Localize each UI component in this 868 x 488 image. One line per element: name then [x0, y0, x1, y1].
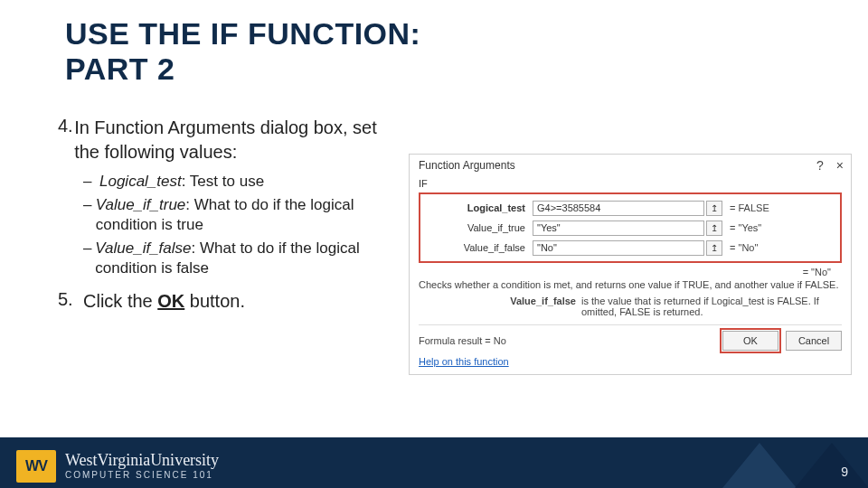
title-line-2: PART 2 [65, 52, 175, 86]
formula-result: Formula result = No [419, 335, 506, 346]
separator [419, 324, 842, 325]
dialog-title: Function Arguments [419, 159, 515, 172]
sub2-label: Value_if_true [96, 196, 186, 213]
close-icon[interactable]: × [836, 158, 844, 173]
title-line-1: USE THE IF FUNCTION: [65, 16, 420, 51]
step-4-text: In Function Arguments dialog box, set th… [74, 116, 379, 164]
sub-item-value-if-true: – Value_if_true: What to do if the logic… [83, 195, 379, 235]
sub1-label: Logical_test [99, 173, 182, 190]
collapse-icon[interactable]: ↥ [706, 221, 722, 236]
university-name-a: WestVirginia [65, 451, 150, 469]
result-value-if-true: = "Yes" [730, 222, 761, 233]
sub-item-value-if-false: – Value_if_false: What to do if the logi… [83, 239, 379, 278]
step-5: 5. Click the OK button. [58, 289, 379, 314]
detail-label: Value_if_false [419, 296, 581, 317]
collapse-icon[interactable]: ↥ [706, 240, 722, 256]
row-value-if-true: Value_if_true ↥ = "Yes" [424, 219, 833, 237]
help-icon[interactable]: ? [816, 158, 824, 173]
result-logical-test: = FALSE [730, 202, 769, 213]
wv-badge-icon: WV [16, 450, 56, 483]
page-number: 9 [841, 465, 848, 479]
input-logical-test[interactable] [533, 201, 704, 216]
step-4: 4. In Function Arguments dialog box, set… [58, 116, 379, 164]
department-name: COMPUTER SCIENCE 101 [65, 471, 219, 481]
label-logical-test: Logical_test [424, 202, 533, 213]
step-5-number: 5. [58, 289, 83, 314]
calc-result: = "No" [419, 267, 842, 277]
argument-detail: Value_if_false is the value that is retu… [419, 296, 842, 317]
function-name: IF [419, 178, 842, 189]
function-description: Checks whether a condition is met, and r… [419, 279, 842, 290]
step-5-ok: OK [157, 291, 184, 311]
slide-body: 4. In Function Arguments dialog box, set… [58, 116, 379, 321]
footer-logo: WV WestVirginiaUniversity COMPUTER SCIEN… [16, 450, 219, 483]
step-4-number: 4. [58, 116, 74, 164]
row-value-if-false: Value_if_false ↥ = "No" [424, 239, 833, 257]
ok-button[interactable]: OK [722, 331, 778, 351]
help-link[interactable]: Help on this function [419, 356, 509, 367]
step-5-pre: Click the [83, 291, 157, 311]
input-value-if-true[interactable] [533, 221, 704, 236]
university-name-b: University [150, 451, 219, 469]
dialog-titlebar: Function Arguments ? × [410, 155, 851, 174]
step-4-sublist: – Logical_test: Test to use – Value_if_t… [83, 172, 379, 278]
function-arguments-dialog: Function Arguments ? × IF Logical_test ↥… [409, 154, 852, 375]
chevron-icon [750, 443, 868, 488]
footer-bar: WV WestVirginiaUniversity COMPUTER SCIEN… [0, 437, 868, 488]
detail-text: is the value that is returned if Logical… [581, 296, 842, 317]
label-value-if-true: Value_if_true [424, 222, 533, 233]
cancel-button[interactable]: Cancel [786, 331, 842, 351]
label-value-if-false: Value_if_false [424, 242, 533, 253]
collapse-icon[interactable]: ↥ [706, 201, 722, 216]
step-5-post: button. [184, 291, 245, 311]
input-value-if-false[interactable] [533, 240, 704, 256]
row-logical-test: Logical_test ↥ = FALSE [424, 199, 833, 217]
argument-rows-highlight: Logical_test ↥ = FALSE Value_if_true ↥ =… [419, 192, 842, 263]
sub1-text: : Test to use [182, 173, 264, 190]
result-value-if-false: = "No" [730, 242, 758, 253]
sub-item-logical-test: – Logical_test: Test to use [83, 172, 379, 192]
slide-title: USE THE IF FUNCTION: PART 2 [65, 16, 420, 87]
sub3-label: Value_if_false [95, 239, 191, 257]
